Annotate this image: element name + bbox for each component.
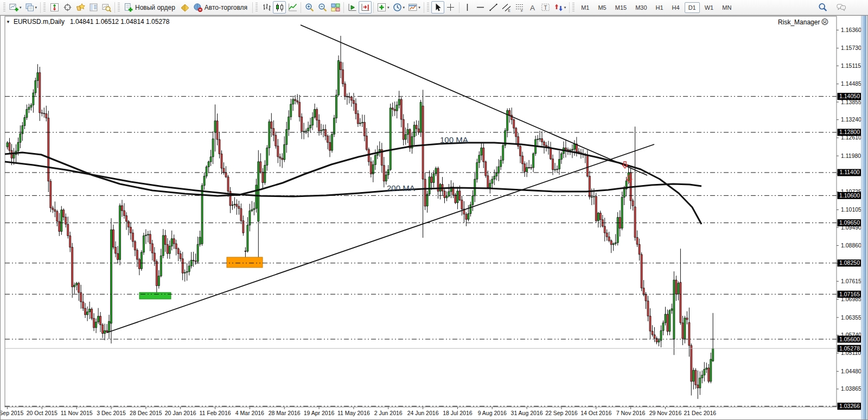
ea-name: Risk_Manager	[778, 18, 820, 26]
cursor-button[interactable]	[431, 1, 444, 14]
chart-symbol-dropdown-icon[interactable]: ▼	[6, 20, 10, 24]
toolbar-grip[interactable]	[256, 3, 258, 12]
toolbar: ▾▾Новый ордерАвто-торговля▾▾▾EFAT▾M1M5M1…	[0, 0, 868, 15]
equidistant-channel-icon: E	[502, 3, 511, 12]
text-tool-icon: A	[528, 3, 537, 12]
indicators-icon	[377, 3, 386, 12]
timeframe-m30[interactable]: M30	[631, 2, 650, 13]
expert-advisor-label: Risk_Manager ☹	[778, 18, 828, 26]
chart-title: ▼ EURUSD.m,Daily 1.04841 1.06512 1.04814…	[6, 18, 169, 26]
favorites-button[interactable]	[74, 1, 87, 14]
market-scroll-icon	[50, 3, 59, 12]
equidistant-channel-button[interactable]: E	[500, 1, 513, 14]
new-chart-button[interactable]: ▾	[8, 1, 23, 14]
chart-preview-button[interactable]	[100, 1, 113, 14]
candle-chart-mode-button[interactable]	[273, 1, 286, 14]
chevron-down-icon[interactable]: ▾	[35, 5, 37, 10]
svg-text:21 Dec 2016: 21 Dec 2016	[684, 410, 717, 416]
bar-chart-mode-button[interactable]	[260, 1, 273, 14]
horizontal-line-icon	[476, 3, 485, 12]
toolbar-grip[interactable]	[3, 3, 5, 12]
crosshair-button[interactable]	[444, 1, 457, 14]
autotrading-icon	[193, 3, 202, 12]
supply-zone-orange[interactable]	[227, 257, 263, 268]
timeframe-m15[interactable]: M15	[611, 2, 630, 13]
crosshair-icon	[446, 3, 455, 12]
chart-shift-button[interactable]	[359, 1, 372, 14]
new-order-button[interactable]: Новый ордер	[122, 1, 178, 14]
horizontal-line-button[interactable]	[474, 1, 487, 14]
zoom-out-button[interactable]	[316, 1, 329, 14]
templates-button[interactable]: ▾	[406, 1, 422, 14]
vertical-line-button[interactable]	[461, 1, 474, 14]
timeframe-m1[interactable]: M1	[577, 2, 593, 13]
svg-text:F: F	[521, 9, 523, 12]
bar-chart-mode-icon	[262, 3, 271, 12]
svg-text:11 Feb 2016: 11 Feb 2016	[199, 410, 231, 416]
svg-text:1.08860: 1.08860	[841, 242, 861, 249]
auto-scroll-button[interactable]	[346, 1, 359, 14]
tile-windows-button[interactable]	[329, 1, 342, 14]
demand-zone-green[interactable]	[139, 292, 171, 299]
crosshair-target-icon	[63, 3, 72, 12]
chart-profiles-button[interactable]: ▾	[23, 1, 39, 14]
chart-window: 28 Sep 201520 Oct 201511 Nov 20153 Dec 2…	[0, 15, 868, 420]
arrow-objects-button[interactable]: ▾	[552, 1, 568, 14]
arrow-objects-icon	[554, 3, 563, 12]
toolbar-grip[interactable]	[118, 3, 120, 12]
fibonacci-button[interactable]: F	[513, 1, 526, 14]
chevron-down-icon[interactable]: ▾	[387, 5, 390, 10]
search-button[interactable]	[816, 1, 829, 14]
toolbar-separator	[424, 2, 424, 13]
price-chart[interactable]: 28 Sep 201520 Oct 201511 Nov 20153 Dec 2…	[1, 16, 868, 420]
timeframe-d1[interactable]: D1	[685, 2, 700, 13]
market-scroll-button[interactable]	[48, 1, 61, 14]
chevron-down-icon[interactable]: ▾	[418, 5, 420, 10]
text-label-tool-icon: T	[541, 3, 550, 12]
timeframe-w1[interactable]: W1	[701, 2, 718, 13]
symbol-list-button[interactable]	[87, 1, 100, 14]
toolbar-grip[interactable]	[43, 3, 46, 12]
crosshair-target-button[interactable]	[61, 1, 74, 14]
timeframe-h1[interactable]: H1	[652, 2, 667, 13]
ea-status-smiley-icon[interactable]: ☹	[821, 18, 828, 26]
chevron-down-icon[interactable]: ▾	[403, 5, 405, 10]
toolbar-grip[interactable]	[572, 3, 575, 12]
ma-100-label: 100 MA	[440, 135, 468, 144]
line-chart-mode-button[interactable]	[286, 1, 299, 14]
svg-text:24 Jun 2016: 24 Jun 2016	[407, 410, 439, 416]
toolbar-separator	[569, 2, 570, 13]
svg-text:1.13240: 1.13240	[841, 116, 861, 123]
metaeditor-button[interactable]	[178, 1, 192, 14]
timeframe-h4[interactable]: H4	[668, 2, 684, 13]
toolbar-separator	[252, 2, 253, 13]
zoom-in-button[interactable]	[303, 1, 316, 14]
svg-text:1.09650: 1.09650	[839, 219, 860, 226]
candle-chart-mode-icon	[275, 3, 284, 12]
text-tool-button[interactable]: A	[526, 1, 539, 14]
svg-text:1.04480: 1.04480	[841, 368, 861, 374]
timeframe-mn[interactable]: MN	[718, 2, 735, 13]
trendline-button[interactable]	[487, 1, 500, 14]
timeframe-m5[interactable]: M5	[594, 2, 610, 13]
symbol-list-icon	[89, 3, 98, 12]
metaeditor-icon	[180, 3, 189, 12]
autotrading-button[interactable]: Авто-торговля	[192, 1, 251, 14]
text-label-tool-button[interactable]: T	[539, 1, 552, 14]
new-order-label: Новый ордер	[135, 4, 175, 11]
toolbar-separator	[114, 2, 115, 13]
svg-text:1.07615: 1.07615	[841, 278, 861, 284]
periods-button[interactable]: ▾	[391, 1, 407, 14]
svg-text:1.11400: 1.11400	[839, 169, 859, 175]
svg-text:11 Nov 2015: 11 Nov 2015	[61, 410, 93, 416]
periods-icon	[393, 3, 402, 12]
toolbar-grip[interactable]	[427, 3, 429, 12]
trendline-icon	[489, 3, 498, 12]
chevron-down-icon[interactable]: ▾	[564, 5, 566, 10]
svg-text:28 Mar 2016: 28 Mar 2016	[269, 410, 301, 416]
time-axis[interactable]: 28 Sep 201520 Oct 201511 Nov 20153 Dec 2…	[1, 407, 716, 416]
indicators-button[interactable]: ▾	[375, 1, 391, 14]
chevron-down-icon[interactable]: ▾	[20, 5, 22, 10]
chat-button[interactable]	[834, 1, 847, 14]
svg-text:1.05600: 1.05600	[839, 336, 860, 342]
